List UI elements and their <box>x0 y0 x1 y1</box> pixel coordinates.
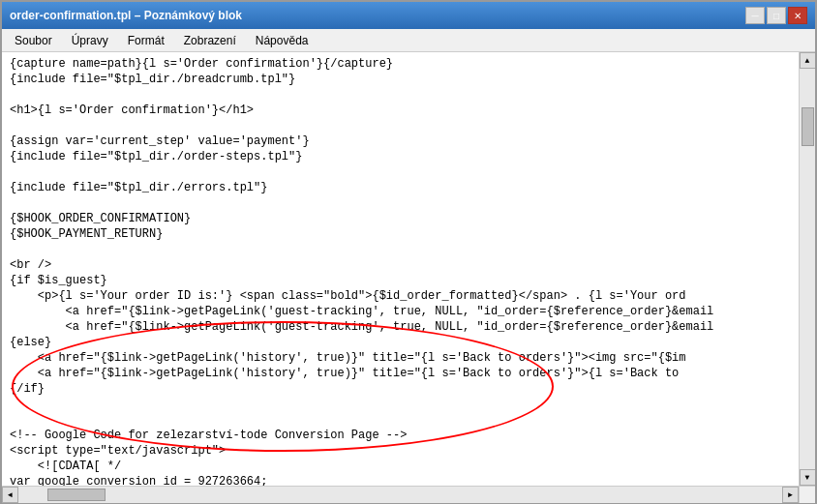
main-window: order-confirmation.tpl – Poznámkový blok… <box>0 0 817 504</box>
scroll-right-button[interactable]: ► <box>782 487 799 503</box>
horizontal-scrollbar: ◄ ► <box>2 487 799 502</box>
scroll-left-button[interactable]: ◄ <box>2 487 18 503</box>
menu-zobrazeni[interactable]: Zobrazení <box>175 31 245 50</box>
horizontal-scrollbar-container: ◄ ► <box>2 486 815 502</box>
vertical-scrollbar: ▲ ▼ <box>799 52 815 486</box>
text-editor[interactable]: {capture name=path}{l s='Order confirmat… <box>2 52 799 486</box>
scroll-thumb-horizontal[interactable] <box>47 489 106 501</box>
menu-bar: Soubor Úpravy Formát Zobrazení Nápověda <box>2 29 815 52</box>
menu-upravy[interactable]: Úpravy <box>63 31 117 50</box>
menu-format[interactable]: Formát <box>119 31 173 50</box>
menu-soubor[interactable]: Soubor <box>6 31 61 50</box>
scroll-thumb-vertical[interactable] <box>802 107 814 146</box>
window-title: order-confirmation.tpl – Poznámkový blok <box>10 9 242 22</box>
minimize-button[interactable]: ─ <box>745 7 765 24</box>
maximize-button[interactable]: □ <box>767 7 786 24</box>
editor-container: {capture name=path}{l s='Order confirmat… <box>2 52 815 486</box>
menu-napoveda[interactable]: Nápověda <box>247 31 318 50</box>
scroll-track-vertical[interactable] <box>800 69 816 469</box>
close-button[interactable]: ✕ <box>788 7 807 24</box>
scroll-up-button[interactable]: ▲ <box>800 52 816 69</box>
scroll-down-button[interactable]: ▼ <box>800 469 816 486</box>
minimize-icon: ─ <box>751 11 758 21</box>
code-content: {capture name=path}{l s='Order confirmat… <box>10 56 791 486</box>
close-icon: ✕ <box>794 11 802 21</box>
title-bar: order-confirmation.tpl – Poznámkový blok… <box>2 2 815 29</box>
window-controls: ─ □ ✕ <box>745 7 807 24</box>
maximize-icon: □ <box>773 11 779 21</box>
scroll-corner <box>799 487 815 503</box>
scroll-track-horizontal[interactable] <box>18 487 782 503</box>
